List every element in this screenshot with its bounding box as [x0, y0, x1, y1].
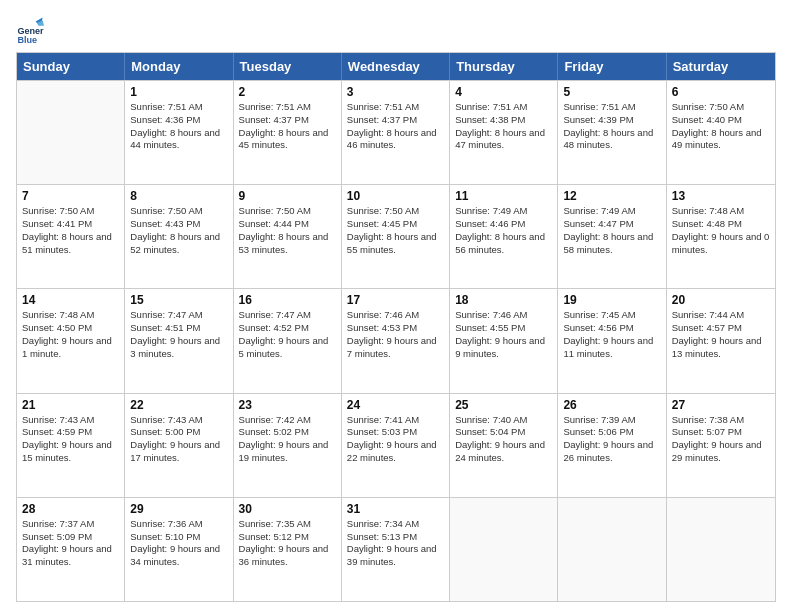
calendar-day-5: 5Sunrise: 7:51 AM Sunset: 4:39 PM Daylig…: [558, 81, 666, 184]
day-header-tuesday: Tuesday: [234, 53, 342, 80]
day-number: 28: [22, 502, 119, 516]
day-info: Sunrise: 7:51 AM Sunset: 4:37 PM Dayligh…: [239, 101, 336, 152]
day-number: 13: [672, 189, 770, 203]
day-info: Sunrise: 7:45 AM Sunset: 4:56 PM Dayligh…: [563, 309, 660, 360]
day-info: Sunrise: 7:35 AM Sunset: 5:12 PM Dayligh…: [239, 518, 336, 569]
day-info: Sunrise: 7:46 AM Sunset: 4:53 PM Dayligh…: [347, 309, 444, 360]
day-number: 15: [130, 293, 227, 307]
day-number: 16: [239, 293, 336, 307]
calendar-week-5: 28Sunrise: 7:37 AM Sunset: 5:09 PM Dayli…: [17, 497, 775, 601]
day-number: 14: [22, 293, 119, 307]
day-number: 30: [239, 502, 336, 516]
day-number: 22: [130, 398, 227, 412]
day-info: Sunrise: 7:51 AM Sunset: 4:39 PM Dayligh…: [563, 101, 660, 152]
calendar-day-19: 19Sunrise: 7:45 AM Sunset: 4:56 PM Dayli…: [558, 289, 666, 392]
day-header-saturday: Saturday: [667, 53, 775, 80]
calendar-week-2: 7Sunrise: 7:50 AM Sunset: 4:41 PM Daylig…: [17, 184, 775, 288]
day-info: Sunrise: 7:43 AM Sunset: 5:00 PM Dayligh…: [130, 414, 227, 465]
page: General Blue SundayMondayTuesdayWednesda…: [0, 0, 792, 612]
day-info: Sunrise: 7:49 AM Sunset: 4:46 PM Dayligh…: [455, 205, 552, 256]
day-number: 17: [347, 293, 444, 307]
svg-text:Blue: Blue: [17, 35, 37, 44]
day-number: 7: [22, 189, 119, 203]
calendar: SundayMondayTuesdayWednesdayThursdayFrid…: [16, 52, 776, 602]
day-info: Sunrise: 7:37 AM Sunset: 5:09 PM Dayligh…: [22, 518, 119, 569]
day-header-sunday: Sunday: [17, 53, 125, 80]
calendar-day-21: 21Sunrise: 7:43 AM Sunset: 4:59 PM Dayli…: [17, 394, 125, 497]
day-number: 26: [563, 398, 660, 412]
day-number: 31: [347, 502, 444, 516]
day-info: Sunrise: 7:51 AM Sunset: 4:38 PM Dayligh…: [455, 101, 552, 152]
calendar-day-24: 24Sunrise: 7:41 AM Sunset: 5:03 PM Dayli…: [342, 394, 450, 497]
calendar-week-1: 1Sunrise: 7:51 AM Sunset: 4:36 PM Daylig…: [17, 80, 775, 184]
calendar-day-27: 27Sunrise: 7:38 AM Sunset: 5:07 PM Dayli…: [667, 394, 775, 497]
calendar-day-empty: [558, 498, 666, 601]
calendar-day-13: 13Sunrise: 7:48 AM Sunset: 4:48 PM Dayli…: [667, 185, 775, 288]
day-number: 9: [239, 189, 336, 203]
calendar-day-4: 4Sunrise: 7:51 AM Sunset: 4:38 PM Daylig…: [450, 81, 558, 184]
day-header-friday: Friday: [558, 53, 666, 80]
day-info: Sunrise: 7:40 AM Sunset: 5:04 PM Dayligh…: [455, 414, 552, 465]
calendar-day-7: 7Sunrise: 7:50 AM Sunset: 4:41 PM Daylig…: [17, 185, 125, 288]
calendar-day-22: 22Sunrise: 7:43 AM Sunset: 5:00 PM Dayli…: [125, 394, 233, 497]
day-info: Sunrise: 7:38 AM Sunset: 5:07 PM Dayligh…: [672, 414, 770, 465]
day-info: Sunrise: 7:46 AM Sunset: 4:55 PM Dayligh…: [455, 309, 552, 360]
day-info: Sunrise: 7:50 AM Sunset: 4:41 PM Dayligh…: [22, 205, 119, 256]
day-info: Sunrise: 7:49 AM Sunset: 4:47 PM Dayligh…: [563, 205, 660, 256]
day-info: Sunrise: 7:39 AM Sunset: 5:06 PM Dayligh…: [563, 414, 660, 465]
logo-icon: General Blue: [16, 16, 44, 44]
day-number: 23: [239, 398, 336, 412]
day-info: Sunrise: 7:48 AM Sunset: 4:48 PM Dayligh…: [672, 205, 770, 256]
calendar-day-28: 28Sunrise: 7:37 AM Sunset: 5:09 PM Dayli…: [17, 498, 125, 601]
day-number: 6: [672, 85, 770, 99]
calendar-day-25: 25Sunrise: 7:40 AM Sunset: 5:04 PM Dayli…: [450, 394, 558, 497]
calendar-day-9: 9Sunrise: 7:50 AM Sunset: 4:44 PM Daylig…: [234, 185, 342, 288]
day-number: 10: [347, 189, 444, 203]
calendar-day-30: 30Sunrise: 7:35 AM Sunset: 5:12 PM Dayli…: [234, 498, 342, 601]
day-info: Sunrise: 7:47 AM Sunset: 4:51 PM Dayligh…: [130, 309, 227, 360]
day-info: Sunrise: 7:50 AM Sunset: 4:43 PM Dayligh…: [130, 205, 227, 256]
calendar-day-8: 8Sunrise: 7:50 AM Sunset: 4:43 PM Daylig…: [125, 185, 233, 288]
calendar-day-31: 31Sunrise: 7:34 AM Sunset: 5:13 PM Dayli…: [342, 498, 450, 601]
day-info: Sunrise: 7:41 AM Sunset: 5:03 PM Dayligh…: [347, 414, 444, 465]
day-header-wednesday: Wednesday: [342, 53, 450, 80]
calendar-day-1: 1Sunrise: 7:51 AM Sunset: 4:36 PM Daylig…: [125, 81, 233, 184]
calendar-day-empty: [667, 498, 775, 601]
calendar-day-17: 17Sunrise: 7:46 AM Sunset: 4:53 PM Dayli…: [342, 289, 450, 392]
day-header-monday: Monday: [125, 53, 233, 80]
calendar-day-2: 2Sunrise: 7:51 AM Sunset: 4:37 PM Daylig…: [234, 81, 342, 184]
day-number: 19: [563, 293, 660, 307]
day-header-thursday: Thursday: [450, 53, 558, 80]
calendar-day-11: 11Sunrise: 7:49 AM Sunset: 4:46 PM Dayli…: [450, 185, 558, 288]
calendar-day-15: 15Sunrise: 7:47 AM Sunset: 4:51 PM Dayli…: [125, 289, 233, 392]
calendar-day-6: 6Sunrise: 7:50 AM Sunset: 4:40 PM Daylig…: [667, 81, 775, 184]
day-info: Sunrise: 7:47 AM Sunset: 4:52 PM Dayligh…: [239, 309, 336, 360]
calendar-day-empty: [450, 498, 558, 601]
day-info: Sunrise: 7:50 AM Sunset: 4:44 PM Dayligh…: [239, 205, 336, 256]
calendar-day-3: 3Sunrise: 7:51 AM Sunset: 4:37 PM Daylig…: [342, 81, 450, 184]
day-number: 20: [672, 293, 770, 307]
calendar-week-3: 14Sunrise: 7:48 AM Sunset: 4:50 PM Dayli…: [17, 288, 775, 392]
header: General Blue: [16, 16, 776, 44]
calendar-day-16: 16Sunrise: 7:47 AM Sunset: 4:52 PM Dayli…: [234, 289, 342, 392]
calendar-day-14: 14Sunrise: 7:48 AM Sunset: 4:50 PM Dayli…: [17, 289, 125, 392]
day-info: Sunrise: 7:48 AM Sunset: 4:50 PM Dayligh…: [22, 309, 119, 360]
calendar-week-4: 21Sunrise: 7:43 AM Sunset: 4:59 PM Dayli…: [17, 393, 775, 497]
day-number: 29: [130, 502, 227, 516]
day-number: 21: [22, 398, 119, 412]
day-number: 12: [563, 189, 660, 203]
day-info: Sunrise: 7:36 AM Sunset: 5:10 PM Dayligh…: [130, 518, 227, 569]
calendar-day-20: 20Sunrise: 7:44 AM Sunset: 4:57 PM Dayli…: [667, 289, 775, 392]
day-number: 11: [455, 189, 552, 203]
day-info: Sunrise: 7:50 AM Sunset: 4:40 PM Dayligh…: [672, 101, 770, 152]
calendar-day-18: 18Sunrise: 7:46 AM Sunset: 4:55 PM Dayli…: [450, 289, 558, 392]
day-number: 25: [455, 398, 552, 412]
calendar-day-10: 10Sunrise: 7:50 AM Sunset: 4:45 PM Dayli…: [342, 185, 450, 288]
calendar-day-29: 29Sunrise: 7:36 AM Sunset: 5:10 PM Dayli…: [125, 498, 233, 601]
day-number: 3: [347, 85, 444, 99]
day-info: Sunrise: 7:51 AM Sunset: 4:37 PM Dayligh…: [347, 101, 444, 152]
calendar-header: SundayMondayTuesdayWednesdayThursdayFrid…: [17, 53, 775, 80]
calendar-day-empty: [17, 81, 125, 184]
day-number: 5: [563, 85, 660, 99]
calendar-body: 1Sunrise: 7:51 AM Sunset: 4:36 PM Daylig…: [17, 80, 775, 601]
